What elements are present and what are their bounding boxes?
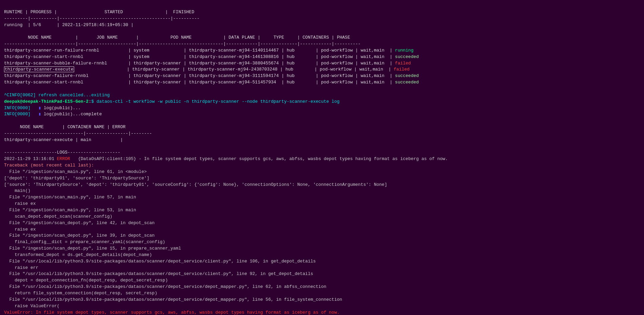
phase-running-1: running [395, 48, 414, 53]
log-error-msg: {DataOsAPI:client:105} - In file system … [70, 156, 448, 161]
log-table-header: NODE NAME | CONTAINER NAME | ERROR [4, 124, 126, 130]
traceback-header: Traceback (most recent call last): [4, 163, 94, 168]
traceback-line-3: ['source': 'ThirdpartySource', 'depot': … [4, 182, 387, 187]
phase-succeeded-6: succeeded [395, 80, 419, 85]
traceback-line-9: File "/ingestion/scan_depot.py", line 42… [4, 220, 155, 225]
node-row-2: thirdparty-scanner-start-rnnbl | system … [4, 54, 419, 59]
traceback-line-10: raise ex [4, 227, 36, 232]
info-icon-1: ▮ [38, 105, 41, 111]
traceback-line-6: raise ex [4, 201, 36, 206]
log-error-line: 2022-11-29 13:16:01 ERROR {DataOsAPI:cli… [4, 156, 448, 161]
phase-failed-4: failed [394, 67, 410, 72]
traceback-line-11: File "/ingestion/scan_depot.py", line 39… [4, 233, 155, 238]
refresh-msg: ^CINFO[0062] refresh cancelled...exiting [4, 93, 110, 98]
traceback-line-8: scan_depot.depot_scan(scanner_config) [4, 214, 112, 219]
traceback-line-19: File "/usr/local/lib/python3.9/site-pack… [4, 284, 326, 289]
phase-succeeded-5: succeeded [395, 73, 419, 78]
info-label-2: INFO[0000] [4, 112, 30, 117]
traceback-line-21: File "/usr/local/lib/python3.9/site-pack… [4, 297, 342, 302]
node-row-1: thirdparty-scanner-run-failure-rnnbl | s… [4, 48, 413, 53]
info-label-1: INFO[0000] [4, 105, 30, 111]
node-row-4: thirdparty-scanner-execute | thirdparty-… [4, 66, 410, 72]
info-icon-2: ▮ [38, 112, 41, 117]
phase-failed-3: failed [395, 61, 411, 66]
logs-separator: --------------------LOGS----------------… [4, 150, 120, 155]
header-sep: ---------|----------|-------------------… [4, 16, 199, 21]
terminal-output: RUNTIME | PROGRESS | STARTED | FINISHED … [4, 3, 640, 315]
node-row-5: thirdparty-scanner-failure-rnnbl | third… [4, 73, 419, 78]
header-row: RUNTIME | PROGRESS | STARTED | FINISHED [4, 9, 194, 15]
log-table-sep: ------------------------------|---------… [4, 131, 152, 136]
traceback-line-7: File "/ingestion/scan_main.py", line 53,… [4, 208, 136, 213]
log-node-row: thirdparty-scanner-execute | main | [4, 137, 123, 142]
prompt-1: deepak@deepak-ThinkPad-E15-Gen-2 [4, 99, 89, 104]
traceback-line-5: File "/ingestion/scan_main.py", line 57,… [4, 195, 136, 200]
traceback-line-17: File "/usr/local/lib/python3.9/site-pack… [4, 271, 313, 276]
traceback-line-2: ['depot': 'thirdparty01', 'source': 'Thi… [4, 176, 149, 181]
traceback-line-13: File "/ingestion/scan_depot.py", line 15… [4, 246, 181, 251]
node-row-6: thirdparty-scanner-start-rnnbl | thirdpa… [4, 80, 419, 85]
traceback-line-4: main() [4, 188, 30, 193]
info-line-2: INFO[0000] ▮ log(public)...complete [4, 112, 102, 117]
info-line-1: INFO[0000] ▮ log(public)... [4, 105, 81, 111]
log-timestamp: 2022-11-29 13:16:01 [4, 156, 54, 161]
phase-succeeded-2: succeeded [395, 54, 419, 59]
command-1: $ dataos-ctl -t workflow -w public -n th… [91, 99, 339, 104]
traceback-line-15: File "/usr/local/lib/python3.9/site-pack… [4, 259, 316, 264]
table-sep: ---------------------------|------------… [4, 41, 361, 46]
log-level: ERROR [57, 156, 70, 161]
traceback-line-20: return file_system_connection(depot_resp… [4, 291, 157, 296]
traceback-line-18: depot = depot_connection_fn(depot_resp, … [4, 278, 168, 283]
table-header: NODE NAME | JOB NAME | POD NAME | DATA P… [4, 35, 350, 40]
traceback-line-1: File "/ingestion/scan_main.py", line 61,… [4, 169, 147, 174]
runtime-row: running | 5/6 | 2022-11-29T18:45:19+05:3… [4, 22, 133, 27]
traceback-line-14: transformed_depot = ds.get_depot_details… [4, 252, 152, 257]
node-row-3: thirdparty-scanner-bubble-failure-rnnbl … [4, 61, 411, 66]
traceback-line-12: final_config__dict = prepare_scanner_yam… [4, 239, 165, 244]
traceback-line-16: raise err [4, 265, 38, 270]
prompt-line-1: deepak@deepak-ThinkPad-E15-Gen-2:$ datao… [4, 99, 340, 104]
highlighted-node: thirdparty-scanner-execute [4, 66, 74, 72]
value-error-line: ValueError: In file system depot types, … [4, 310, 340, 315]
traceback-line-22: raise ValueError( [4, 303, 60, 309]
